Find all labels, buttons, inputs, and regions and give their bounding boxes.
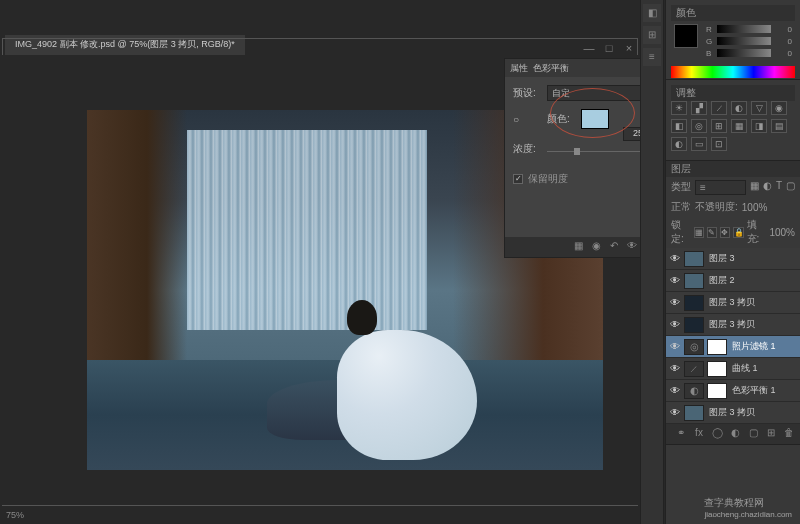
filter-icon-1[interactable]: ▦	[750, 180, 759, 195]
dlg-icon-3[interactable]: ↶	[607, 240, 621, 254]
visibility-icon[interactable]: 👁	[669, 385, 681, 396]
fill-adj-icon[interactable]: ◐	[728, 427, 742, 441]
r-slider[interactable]	[717, 25, 771, 33]
new-layer-icon[interactable]: ⊞	[764, 427, 778, 441]
lock-pos-icon[interactable]: ✥	[720, 227, 730, 238]
trash-icon[interactable]: 🗑	[782, 427, 796, 441]
group-icon[interactable]: ▢	[746, 427, 760, 441]
visibility-icon[interactable]: 👁	[669, 341, 681, 352]
adj-gradmap-icon[interactable]: ▭	[691, 137, 707, 151]
adj-bw-icon[interactable]: ◧	[671, 119, 687, 133]
properties-dialog: 属性 色彩平衡 ▸≡ 预设: 自定 ○ 颜色: 浓度: 25 ✓ 保留明度	[504, 58, 662, 258]
link-layers-icon[interactable]: ⚭	[674, 427, 688, 441]
watermark: 查字典教程网 jiaocheng.chazidian.com	[704, 494, 792, 519]
filter-icon-3[interactable]: T	[776, 180, 782, 195]
layer-item[interactable]: 👁◐色彩平衡 1	[666, 380, 800, 402]
adjustments-panel: 调整 ☀ ▞ ⟋ ◐ ▽ ◉ ◧ ◎ ⊞ ▦ ◨ ▤ ◐ ▭ ⊡	[666, 80, 800, 161]
color-panel-tab[interactable]: 颜色	[676, 6, 696, 20]
minimize-icon[interactable]: —	[583, 42, 595, 54]
mask-icon[interactable]: ◯	[710, 427, 724, 441]
layer-item[interactable]: 👁图层 3	[666, 248, 800, 270]
preserve-label: 保留明度	[528, 172, 568, 186]
layer-item[interactable]: 👁⟋曲线 1	[666, 358, 800, 380]
collapsed-panel-strip: ◧ ⊞ ≡	[640, 0, 664, 524]
adj-hue-icon[interactable]: ◉	[771, 101, 787, 115]
dlg-icon-2[interactable]: ◉	[589, 240, 603, 254]
visibility-icon[interactable]: 👁	[669, 363, 681, 374]
fill-value[interactable]: 100%	[769, 227, 795, 238]
adj-exposure-icon[interactable]: ◐	[731, 101, 747, 115]
opacity-value[interactable]: 100%	[742, 202, 768, 213]
adj-thresh-icon[interactable]: ◐	[671, 137, 687, 151]
visibility-icon[interactable]: 👁	[669, 275, 681, 286]
adj-curves-icon[interactable]: ⟋	[711, 101, 727, 115]
adj-poster-icon[interactable]: ▤	[771, 119, 787, 133]
adj-brightness-icon[interactable]: ☀	[671, 101, 687, 115]
color-panel: 颜色 R0 G0 B0	[666, 0, 800, 80]
color-spectrum[interactable]	[671, 66, 795, 78]
layer-item[interactable]: 👁图层 2	[666, 270, 800, 292]
close-icon[interactable]: ×	[623, 42, 635, 54]
adj-invert-icon[interactable]: ◨	[751, 119, 767, 133]
maximize-icon[interactable]: □	[603, 42, 615, 54]
filter-icon-4[interactable]: ▢	[786, 180, 795, 195]
dialog-tab-properties[interactable]: 属性	[510, 62, 528, 75]
status-bar: 75%	[0, 508, 30, 524]
b-slider[interactable]	[717, 49, 771, 57]
adjustments-tab[interactable]: 调整	[676, 86, 696, 100]
lock-pixel-icon[interactable]: ✎	[707, 227, 717, 238]
color-swatch[interactable]	[581, 109, 609, 129]
visibility-icon[interactable]: 👁	[669, 297, 681, 308]
preserve-checkbox[interactable]: ✓	[513, 174, 523, 184]
density-label: 浓度:	[513, 142, 541, 156]
g-slider[interactable]	[717, 37, 771, 45]
layer-item[interactable]: 👁◎照片滤镜 1	[666, 336, 800, 358]
strip-icon-3[interactable]: ≡	[643, 48, 661, 66]
layer-filter-dropdown[interactable]: ≡	[695, 180, 746, 195]
dlg-icon-4[interactable]: 👁	[625, 240, 639, 254]
lock-all-icon[interactable]: 🔒	[733, 227, 744, 238]
adj-mixer-icon[interactable]: ⊞	[711, 119, 727, 133]
layer-item[interactable]: 👁图层 3 拷贝	[666, 292, 800, 314]
layers-panel: 图层 类型 ≡ ▦ ◐ T ▢ 正常 不透明度: 100% 锁定: ▦ ✎ ✥ …	[666, 161, 800, 445]
visibility-icon[interactable]: 👁	[669, 253, 681, 264]
layer-item[interactable]: 👁图层 3 拷贝	[666, 314, 800, 336]
visibility-icon[interactable]: 👁	[669, 319, 681, 330]
preset-label: 预设:	[513, 86, 541, 100]
filter-icon-2[interactable]: ◐	[763, 180, 772, 195]
dlg-icon-1[interactable]: ▦	[571, 240, 585, 254]
visibility-icon[interactable]: 👁	[669, 407, 681, 418]
layers-tab[interactable]: 图层	[671, 162, 691, 176]
density-slider[interactable]	[547, 145, 653, 157]
color-label: ○	[513, 114, 541, 125]
adj-photo-icon[interactable]: ◎	[691, 119, 707, 133]
adj-select-icon[interactable]: ⊡	[711, 137, 727, 151]
layer-item[interactable]: 👁图层 3 拷贝	[666, 402, 800, 424]
lock-trans-icon[interactable]: ▦	[694, 227, 704, 238]
fx-icon[interactable]: fx	[692, 427, 706, 441]
foreground-swatch[interactable]	[674, 24, 698, 48]
dialog-tab-colorbalance[interactable]: 色彩平衡	[533, 62, 569, 75]
strip-icon-2[interactable]: ⊞	[643, 26, 661, 44]
adj-vibrance-icon[interactable]: ▽	[751, 101, 767, 115]
adj-lookup-icon[interactable]: ▦	[731, 119, 747, 133]
adj-levels-icon[interactable]: ▞	[691, 101, 707, 115]
blend-mode-dropdown[interactable]: 正常	[671, 200, 691, 214]
layer-list: 👁图层 3 👁图层 2 👁图层 3 拷贝 👁图层 3 拷贝 👁◎照片滤镜 1 👁…	[666, 248, 800, 424]
strip-icon-1[interactable]: ◧	[643, 4, 661, 22]
preset-dropdown[interactable]: 自定	[547, 85, 653, 101]
